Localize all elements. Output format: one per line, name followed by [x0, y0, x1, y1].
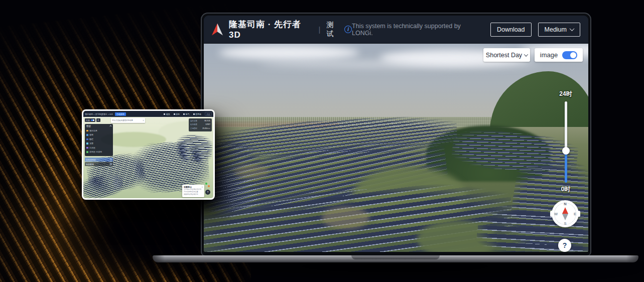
compass-south-label: S	[564, 221, 566, 226]
toggle-knob	[570, 52, 576, 58]
layer-color-chip	[86, 147, 88, 149]
day-dropdown[interactable]: Shortest Day	[483, 48, 530, 62]
dirt-patch	[234, 164, 269, 179]
layer-color-chip	[86, 143, 88, 145]
inset-screen: 项目管理 > 河北阳原项目 > 003 自动排布 成员 排布 电气 逆变器 消息	[83, 111, 213, 198]
slider-handle[interactable]	[562, 147, 570, 155]
longi-compass-arrow-icon	[212, 24, 223, 36]
inset-tooltip: 可以点击组件查看排布结果 ×	[111, 118, 145, 123]
layer-item[interactable]: 排布区·已排布	[86, 150, 111, 155]
user-icon	[164, 113, 165, 115]
stage: 隆基司南 · 先行者3D | 测试 i This system is techn…	[0, 0, 644, 282]
breadcrumb: 项目管理 > 河北阳原项目 > 003	[85, 113, 113, 115]
layer-color-chip	[86, 138, 88, 140]
slider-max-label: 24时	[551, 90, 581, 98]
compass-north-label: N	[564, 202, 566, 206]
status-dot-orange	[208, 185, 210, 187]
inset-toast: 温馨提示 × 已完成当前区域自动排布 可手动调整组件位置 或重新框选区域排布	[182, 185, 204, 197]
chevron-up-icon[interactable]	[109, 125, 111, 127]
screen-content: 隆基司南 · 先行者3D | 测试 i This system is techn…	[204, 16, 588, 252]
chevron-down-icon	[524, 52, 528, 56]
stat-row: 占地面积25.26万㎡	[190, 127, 210, 130]
layer-item[interactable]: 道路	[86, 133, 111, 137]
inset-nav-item[interactable]: 成员	[164, 113, 170, 115]
mini-toggle	[91, 119, 94, 121]
close-icon[interactable]: ×	[143, 119, 144, 122]
laptop-base	[153, 255, 638, 262]
compass-tab-east	[578, 211, 580, 217]
info-circle-icon[interactable]: i	[344, 26, 352, 33]
stat-row: 装机容量78.71兆	[190, 119, 210, 123]
slider-min-label: 0时	[551, 185, 581, 194]
laptop-screen: 隆基司南 · 先行者3D | 测试 i This system is techn…	[201, 13, 591, 256]
env-label: 测试	[326, 21, 340, 39]
download-button[interactable]: Download	[490, 23, 532, 37]
quality-value: Medium	[545, 26, 567, 33]
inset-stats-panel: 装机容量78.71兆 组件数量12927 占地面积25.26万㎡	[189, 118, 212, 131]
inset-primary-button[interactable]: 自动排布	[115, 112, 126, 116]
layer-color-chip	[86, 130, 88, 132]
layer-item[interactable]: 围栏	[86, 137, 111, 142]
map-viewport[interactable]: Shortest Day image 24时 0时	[204, 44, 588, 252]
inset-nav-muted[interactable]: 消息	[205, 112, 212, 116]
status-dot-green	[205, 183, 207, 185]
stat-row: 组件数量12927	[190, 123, 210, 126]
layer-color-chip	[86, 151, 88, 153]
compass-east-label: E	[574, 212, 576, 216]
toast-line: 或重新框选区域排布	[184, 193, 203, 196]
compass-tab-west	[550, 211, 553, 217]
layer-item[interactable]: 水面	[86, 142, 111, 146]
image-toggle-label: image	[540, 51, 558, 59]
support-text: This system is technically supported by …	[352, 23, 482, 37]
layer-panel-title: 图层	[86, 125, 91, 127]
square-icon	[110, 163, 112, 165]
bolt-icon	[183, 113, 185, 115]
inset-screenshot: 项目管理 > 河北阳原项目 > 003 自动排布 成员 排布 电气 逆变器 消息	[82, 109, 215, 200]
inset-panel-field	[175, 134, 213, 164]
inset-extra-row[interactable]: 地形图层	[85, 162, 113, 166]
inverter-icon	[193, 113, 195, 115]
inset-selected-row[interactable]: 当前排布区	[85, 158, 113, 162]
app-header: 隆基司南 · 先行者3D | 测试 i This system is techn…	[204, 16, 588, 44]
quality-dropdown[interactable]: Medium	[538, 23, 580, 37]
dirt-patch	[322, 207, 369, 229]
cloud	[219, 46, 359, 60]
layer-color-chip	[86, 134, 88, 136]
close-icon[interactable]: ×	[202, 186, 203, 188]
inset-nav-item[interactable]: 排布	[174, 113, 180, 115]
inset-scale-toggle[interactable]: 比例	[85, 118, 95, 122]
laptop-base-notch	[351, 255, 440, 259]
layout-icon	[174, 113, 175, 115]
square-icon	[110, 159, 112, 161]
cloud	[259, 61, 540, 68]
inset-help-button[interactable]: ?	[205, 190, 210, 195]
compass-west-label: W	[554, 212, 558, 216]
compass-needle-icon	[562, 207, 568, 220]
image-toggle[interactable]	[562, 51, 577, 59]
inset-nav-item[interactable]: 逆变器	[193, 113, 202, 115]
inset-app-header: 项目管理 > 河北阳原项目 > 003 自动排布 成员 排布 电气 逆变器 消息	[83, 111, 213, 117]
download-label: Download	[497, 26, 525, 33]
inset-nav: 成员 排布 电气 逆变器 消息	[164, 112, 212, 116]
help-button[interactable]: ?	[558, 239, 571, 252]
day-dropdown-value: Shortest Day	[486, 52, 522, 59]
inset-map-toolbar: 比例 ⚙	[85, 118, 100, 122]
title-divider: |	[319, 25, 321, 34]
layer-item[interactable]: 项目边界	[86, 128, 111, 133]
page-title: 隆基司南 · 先行者3D	[229, 19, 313, 40]
inset-layer-panel: 图层 项目边界 道路 围栏 水面 光伏区 排布区·已排布	[85, 124, 113, 156]
time-slider: 24时 0时	[551, 90, 581, 194]
inset-nav-item[interactable]: 电气	[183, 113, 190, 115]
gear-icon[interactable]: ⚙	[96, 118, 100, 122]
compass[interactable]: N S W E	[552, 200, 579, 227]
slider-track[interactable]	[565, 101, 567, 183]
image-toggle-box: image	[535, 48, 583, 62]
chevron-down-icon	[570, 26, 575, 31]
layer-item[interactable]: 光伏区	[86, 146, 111, 150]
